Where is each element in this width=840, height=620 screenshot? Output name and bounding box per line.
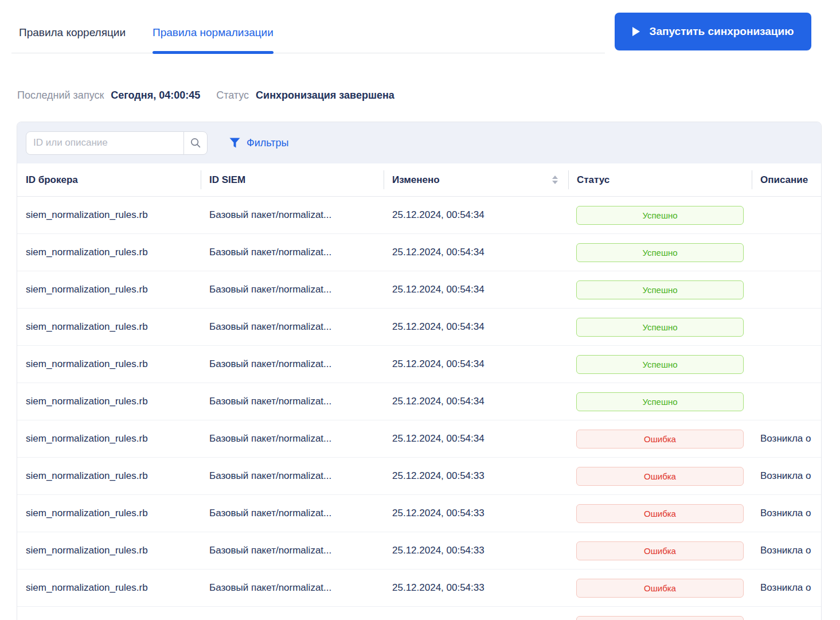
cell-status: Успешно	[568, 243, 752, 262]
status-badge: Ошибка	[576, 504, 744, 523]
cell-modified: 25.12.2024, 00:54:34	[384, 358, 568, 370]
sort-up-arrow-icon	[552, 176, 558, 179]
rules-table-card: Фильтры ID брокера ID SIEM Изменено Стат…	[17, 122, 822, 620]
column-header-modified-label: Изменено	[392, 174, 440, 186]
column-header-siem-id: ID SIEM	[201, 163, 384, 196]
cell-siem-id: Базовый пакет/normalizat...	[201, 321, 384, 333]
last-run-label: Последний запуск	[17, 89, 104, 102]
cell-status	[568, 616, 752, 620]
last-run-value: Сегодня, 04:00:45	[111, 89, 200, 102]
status-badge	[576, 616, 744, 620]
cell-status: Успешно	[568, 318, 752, 337]
cell-modified: 25.12.2024, 00:54:34	[384, 247, 568, 258]
funnel-icon	[229, 138, 240, 148]
table-row: siem_normalization_rules.rb Базовый паке…	[17, 309, 822, 346]
cell-modified: 25.12.2024, 00:54:34	[384, 284, 568, 295]
cell-broker-id: siem_normalization_rules.rb	[17, 582, 201, 594]
sort-down-arrow-icon	[552, 181, 558, 184]
cell-description: Возникла о	[752, 508, 822, 519]
cell-description: Возникла о	[752, 470, 822, 482]
status-badge: Успешно	[576, 318, 744, 337]
cell-broker-id: siem_normalization_rules.rb	[17, 470, 201, 482]
tab-normalization-rules[interactable]: Правила нормализации	[153, 25, 274, 53]
status-badge: Ошибка	[576, 541, 744, 560]
cell-status: Успешно	[568, 206, 752, 225]
sync-status-label: Статус	[216, 89, 249, 102]
sync-status-value: Синхронизация завершена	[256, 89, 394, 102]
column-header-description: Описание	[752, 163, 822, 196]
sort-icon[interactable]	[552, 176, 558, 184]
table-row	[17, 607, 822, 620]
cell-siem-id: Базовый пакет/normalizat...	[201, 358, 384, 370]
cell-status: Успешно	[568, 355, 752, 374]
magnifier-icon	[190, 137, 201, 149]
cell-siem-id: Базовый пакет/normalizat...	[201, 433, 384, 444]
status-badge: Ошибка	[576, 467, 744, 486]
cell-broker-id: siem_normalization_rules.rb	[17, 545, 201, 556]
cell-modified: 25.12.2024, 00:54:34	[384, 396, 568, 407]
cell-description: Возникла о	[752, 582, 822, 594]
cell-broker-id: siem_normalization_rules.rb	[17, 396, 201, 407]
filters-label: Фильтры	[247, 137, 288, 149]
table-row: siem_normalization_rules.rb Базовый паке…	[17, 495, 822, 532]
table-row: siem_normalization_rules.rb Базовый паке…	[17, 197, 822, 234]
cell-siem-id: Базовый пакет/normalizat...	[201, 508, 384, 519]
cell-siem-id: Базовый пакет/normalizat...	[201, 582, 384, 594]
cell-siem-id: Базовый пакет/normalizat...	[201, 247, 384, 258]
cell-modified: 25.12.2024, 00:54:33	[384, 582, 568, 594]
cell-siem-id: Базовый пакет/normalizat...	[201, 284, 384, 295]
cell-siem-id: Базовый пакет/normalizat...	[201, 396, 384, 407]
play-icon	[632, 27, 640, 36]
status-badge: Успешно	[576, 392, 744, 411]
cell-modified: 25.12.2024, 00:54:33	[384, 508, 568, 519]
cell-status: Ошибка	[568, 430, 752, 449]
status-badge: Успешно	[576, 243, 744, 262]
cell-description: Возникла о	[752, 433, 822, 444]
cell-broker-id: siem_normalization_rules.rb	[17, 358, 201, 370]
status-badge: Успешно	[576, 280, 744, 299]
filters-button[interactable]: Фильтры	[229, 137, 288, 149]
status-badge: Ошибка	[576, 579, 744, 598]
tab-correlation-rules[interactable]: Правила корреляции	[19, 25, 126, 53]
table-row: siem_normalization_rules.rb Базовый паке…	[17, 346, 822, 383]
cell-modified: 25.12.2024, 00:54:34	[384, 433, 568, 444]
cell-broker-id: siem_normalization_rules.rb	[17, 209, 201, 221]
cell-status: Успешно	[568, 280, 752, 299]
cell-modified: 25.12.2024, 00:54:33	[384, 470, 568, 482]
table-row: siem_normalization_rules.rb Базовый паке…	[17, 234, 822, 271]
sync-meta-line: Последний запуск Сегодня, 04:00:45 Стату…	[17, 89, 394, 102]
table-row: siem_normalization_rules.rb Базовый паке…	[17, 420, 822, 458]
cell-modified: 25.12.2024, 00:54:34	[384, 321, 568, 333]
column-header-broker-id: ID брокера	[17, 163, 201, 196]
run-sync-label: Запустить синхронизацию	[650, 25, 794, 38]
search-button[interactable]	[183, 132, 207, 154]
search-input[interactable]	[26, 132, 183, 154]
cell-broker-id: siem_normalization_rules.rb	[17, 433, 201, 444]
column-header-modified: Изменено	[384, 163, 568, 196]
status-badge: Успешно	[576, 355, 744, 374]
table-body: siem_normalization_rules.rb Базовый паке…	[17, 197, 821, 620]
table-header-row: ID брокера ID SIEM Изменено Статус Описа…	[17, 163, 822, 197]
column-header-status: Статус	[568, 163, 752, 196]
cell-broker-id: siem_normalization_rules.rb	[17, 321, 201, 333]
cell-broker-id: siem_normalization_rules.rb	[17, 508, 201, 519]
status-badge: Успешно	[576, 206, 744, 225]
search-box	[26, 131, 208, 155]
cell-modified: 25.12.2024, 00:54:34	[384, 209, 568, 221]
cell-siem-id: Базовый пакет/normalizat...	[201, 470, 384, 482]
status-badge: Ошибка	[576, 430, 744, 449]
table-row: siem_normalization_rules.rb Базовый паке…	[17, 532, 822, 570]
cell-siem-id: Базовый пакет/normalizat...	[201, 545, 384, 556]
cell-description: Возникла о	[752, 545, 822, 556]
table-row: siem_normalization_rules.rb Базовый паке…	[17, 458, 822, 495]
cell-status: Успешно	[568, 392, 752, 411]
table-row: siem_normalization_rules.rb Базовый паке…	[17, 383, 822, 420]
cell-status: Ошибка	[568, 504, 752, 523]
cell-broker-id: siem_normalization_rules.rb	[17, 247, 201, 258]
cell-status: Ошибка	[568, 467, 752, 486]
cell-siem-id: Базовый пакет/normalizat...	[201, 209, 384, 221]
tab-bar: Правила корреляции Правила нормализации	[11, 0, 605, 53]
run-sync-button[interactable]: Запустить синхронизацию	[615, 13, 811, 50]
table-row: siem_normalization_rules.rb Базовый паке…	[17, 271, 822, 309]
cell-status: Ошибка	[568, 541, 752, 560]
